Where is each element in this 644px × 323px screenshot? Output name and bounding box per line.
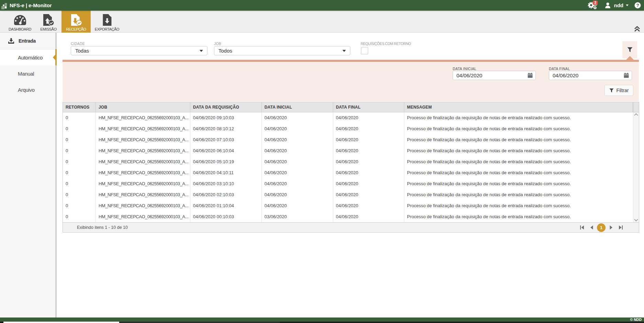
table-row[interactable]: 0HM_NFSE_RECEPCAO_06255692000103_A...04/… [63, 167, 633, 178]
pager: 1 [577, 223, 625, 232]
results-table: RETORNOSJOBDATA DA REQUISIÇÃODATA INICIA… [63, 102, 639, 233]
cell-data-final: 04/06/2020 [333, 123, 404, 134]
cell-data-final: 04/06/2020 [333, 145, 404, 156]
job-label: JOB [214, 42, 221, 46]
gauge-icon [14, 14, 26, 26]
cell-data-inicial: 04/06/2020 [262, 156, 333, 167]
table-header: RETORNOSJOBDATA DA REQUISIÇÃODATA INICIA… [63, 102, 639, 112]
column-header-1[interactable]: RETORNOS [63, 102, 96, 112]
filtrar-label: Filtrar [617, 88, 629, 93]
cell-retornos: 0 [63, 112, 96, 123]
table-row[interactable]: 0HM_NFSE_RECEPCAO_06255692000103_A...04/… [63, 200, 633, 211]
calendar-icon[interactable] [528, 73, 533, 78]
copyright: © NDD [630, 318, 642, 322]
page-footer: © NDD [0, 318, 644, 322]
scroll-down-icon[interactable] [634, 219, 639, 222]
cell-mensagem: Processo de finalização da requisição de… [404, 123, 633, 134]
cell-data-requisicao: 04/06/2020 08:10:12 [190, 123, 262, 134]
user-menu[interactable]: ndd [614, 2, 624, 8]
cell-mensagem: Processo de finalização da requisição de… [404, 200, 633, 211]
cell-data-requisicao: 04/06/2020 01:10:04 [190, 200, 262, 211]
table-row[interactable]: 0HM_NFSE_RECEPCAO_06255692000103_A...04/… [63, 112, 633, 123]
help-button[interactable]: ? [634, 2, 641, 9]
column-header-4[interactable]: DATA INICIAL [262, 102, 333, 112]
cell-data-inicial: 04/06/2020 [262, 134, 333, 145]
cidade-label: CIDADE [71, 42, 85, 46]
caret-down-icon[interactable] [626, 4, 629, 6]
table-row[interactable]: 0HM_NFSE_RECEPCAO_06255692000103_A...04/… [63, 134, 633, 145]
table-row[interactable]: 0HM_NFSE_RECEPCAO_06255692000103_A...04/… [63, 178, 633, 189]
cidade-dropdown[interactable]: Todas [71, 46, 207, 55]
app: NFS-e | e-Monitor ndd ? [0, 0, 644, 323]
collapse-toolbar-button[interactable] [634, 26, 640, 32]
cell-retornos: 0 [63, 211, 96, 222]
svg-text:?: ? [636, 3, 639, 8]
cell-retornos: 0 [63, 156, 96, 167]
document-download-icon [102, 14, 112, 26]
table-row[interactable]: 0HM_NFSE_RECEPCAO_06255692000103_A...04/… [63, 156, 633, 167]
calendar-icon[interactable] [624, 73, 629, 78]
cell-data-requisicao: 04/06/2020 05:10:19 [190, 156, 262, 167]
cell-retornos: 0 [63, 145, 96, 156]
table-row[interactable]: 0HM_NFSE_RECEPCAO_06255692000103_A...04/… [63, 123, 633, 134]
prev-page-button[interactable] [587, 223, 596, 232]
column-header-3[interactable]: DATA DA REQUISIÇÃO [190, 102, 262, 112]
cell-data-requisicao: 04/06/2020 06:10:04 [190, 145, 262, 156]
tab-recepcao[interactable]: RECEPÇÃO [61, 11, 91, 33]
sidebar-item-arquivo[interactable]: Arquivo [0, 82, 55, 98]
requisicoes-checkbox[interactable] [361, 47, 368, 54]
cell-data-requisicao: 04/06/2020 02:10:03 [190, 189, 262, 200]
data-inicial-input[interactable] [456, 73, 528, 78]
help-icon: ? [634, 2, 641, 9]
data-final-input[interactable] [553, 73, 624, 78]
bottom-strip [0, 322, 644, 323]
cell-job: HM_NFSE_RECEPCAO_06255692000103_A... [96, 145, 190, 156]
column-header-2[interactable]: JOB [96, 102, 190, 112]
last-page-button[interactable] [616, 223, 625, 232]
scroll-up-icon[interactable] [634, 113, 639, 116]
person-icon[interactable] [605, 2, 611, 8]
sidebar-section-entrada[interactable]: Entrada [0, 33, 55, 49]
cell-data-inicial: 04/06/2020 [262, 200, 333, 211]
main-nav: DASHBOARD EMISSÃO [0, 11, 644, 33]
cell-mensagem: Processo de finalização da requisição de… [404, 134, 633, 145]
sidebar-item-manual[interactable]: Manual [0, 66, 55, 82]
table-row[interactable]: 0HM_NFSE_RECEPCAO_06255692000103_A...04/… [63, 211, 633, 222]
cell-data-requisicao: 04/06/2020 00:10:03 [190, 211, 262, 222]
table-row[interactable]: 0HM_NFSE_RECEPCAO_06255692000103_A...04/… [63, 189, 633, 200]
cell-mensagem: Processo de finalização da requisição de… [404, 167, 633, 178]
page-1-button[interactable]: 1 [597, 223, 606, 232]
caret-down-icon [200, 50, 203, 52]
table-scrollbar[interactable] [633, 112, 639, 222]
tab-emissao[interactable]: EMISSÃO [36, 11, 61, 33]
data-final-field [549, 71, 632, 80]
filtrar-button[interactable]: Filtrar [605, 85, 633, 96]
tab-exportacao[interactable]: EXPORTAÇÃO [91, 11, 123, 33]
job-dropdown[interactable]: Todos [214, 46, 350, 55]
cell-data-final: 04/06/2020 [333, 178, 404, 189]
main-content: CIDADE Todas JOB Todos REQUISIÇÕES COM R… [57, 33, 644, 318]
sidebar-item-automatico[interactable]: Automático [0, 49, 55, 66]
cell-retornos: 0 [63, 178, 96, 189]
tab-label: EMISSÃO [40, 27, 56, 31]
cell-data-requisicao: 04/06/2020 09:10:03 [190, 112, 262, 123]
bottom-strip-segment2 [119, 322, 280, 323]
cidade-value: Todas [75, 48, 200, 54]
notification-badge: 3 [593, 1, 598, 5]
cell-job: HM_NFSE_RECEPCAO_06255692000103_A... [96, 189, 190, 200]
cell-mensagem: Processo de finalização da requisição de… [404, 112, 633, 123]
tab-dashboard[interactable]: DASHBOARD [8, 11, 32, 33]
first-page-button[interactable] [577, 223, 587, 232]
cell-data-inicial: 04/06/2020 [262, 123, 333, 134]
next-page-button[interactable] [606, 223, 616, 232]
column-header-5[interactable]: DATA FINAL [333, 102, 404, 112]
table-row[interactable]: 0HM_NFSE_RECEPCAO_06255692000103_A...04/… [63, 145, 633, 156]
cell-data-inicial: 03/06/2020 [262, 211, 333, 222]
column-header-6[interactable]: MENSAGEM [404, 102, 633, 112]
cell-job: HM_NFSE_RECEPCAO_06255692000103_A... [96, 178, 190, 189]
table-footer: Exibindo itens 1 - 10 de 10 1 [63, 222, 639, 232]
cell-mensagem: Processo de finalização da requisição de… [404, 189, 633, 200]
last-page-icon [619, 225, 623, 230]
cell-data-inicial: 04/06/2020 [262, 178, 333, 189]
document-upload-check-icon [43, 14, 54, 26]
